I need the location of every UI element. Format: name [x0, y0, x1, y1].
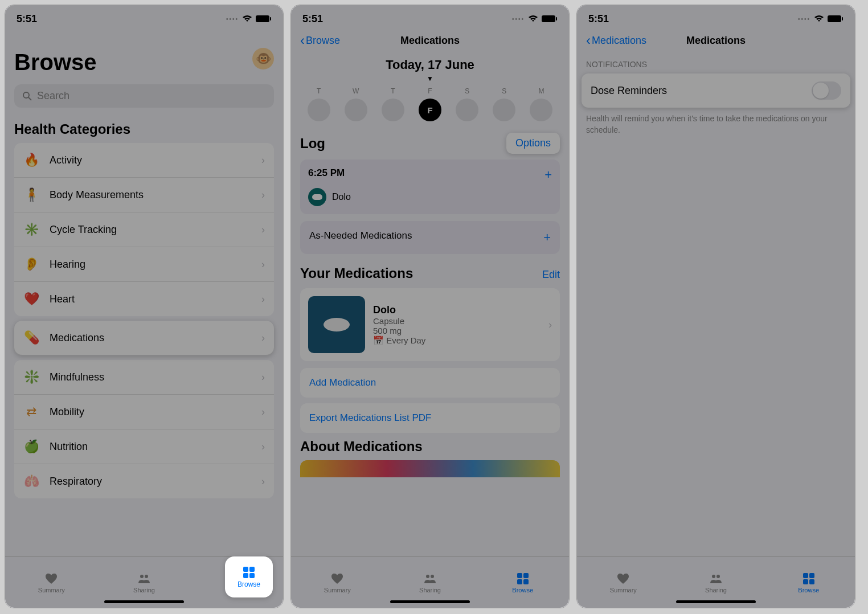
- log-time: 6:25 PM: [308, 167, 345, 182]
- add-icon[interactable]: +: [543, 230, 551, 245]
- people-icon: [709, 572, 723, 586]
- status-bar: 5:51 ••••: [577, 5, 855, 32]
- category-activity[interactable]: 🔥Activity›: [14, 143, 274, 178]
- people-icon: [423, 572, 437, 586]
- category-body[interactable]: 🧍Body Measurements›: [14, 178, 274, 212]
- cellular-icon: ••••: [226, 16, 239, 22]
- chevron-right-icon: ›: [548, 319, 552, 331]
- screen-medications-settings: 5:51 •••• ‹Medications Medications NOTIF…: [576, 5, 855, 608]
- home-indicator[interactable]: [676, 600, 756, 603]
- tab-browse-highlighted[interactable]: Browse: [225, 556, 273, 597]
- status-time: 5:51: [588, 13, 609, 25]
- category-list-2: ❇️Mindfulness› ⇄Mobility› 🍏Nutrition› 🫁R…: [14, 360, 274, 498]
- home-indicator[interactable]: [390, 600, 470, 603]
- svg-rect-30: [803, 579, 808, 584]
- svg-rect-20: [517, 573, 522, 578]
- edit-button[interactable]: Edit: [542, 269, 560, 281]
- add-icon[interactable]: +: [544, 167, 552, 182]
- svg-point-19: [431, 575, 434, 578]
- log-card[interactable]: 6:25 PM+ Dolo: [300, 159, 560, 214]
- back-button[interactable]: ‹Medications: [586, 32, 646, 48]
- svg-rect-29: [809, 573, 814, 578]
- chevron-right-icon: ›: [261, 441, 265, 453]
- chevron-right-icon: ›: [261, 259, 265, 271]
- category-medications[interactable]: 💊 Medications ›: [14, 321, 274, 355]
- day-circle-selected[interactable]: F: [419, 99, 441, 121]
- cellular-icon: ••••: [798, 16, 810, 22]
- heart-icon: ❤️: [23, 291, 39, 307]
- triangle-down-icon: ▼: [300, 75, 560, 83]
- toggle-switch[interactable]: [812, 81, 841, 100]
- day-circle[interactable]: [308, 99, 330, 121]
- dose-reminders-row[interactable]: Dose Reminders: [582, 73, 850, 108]
- day-circle[interactable]: [382, 99, 404, 121]
- grid-icon: [515, 572, 530, 586]
- chevron-right-icon: ›: [261, 189, 265, 201]
- back-button[interactable]: ‹Browse: [300, 32, 340, 48]
- tab-browse[interactable]: Browse: [476, 557, 569, 608]
- svg-rect-31: [809, 579, 814, 584]
- apple-icon: 🍏: [23, 439, 39, 455]
- home-indicator[interactable]: [104, 600, 184, 603]
- nav-bar: ‹Browse Medications: [291, 32, 569, 48]
- mindfulness-icon: ❇️: [23, 369, 39, 385]
- category-nutrition[interactable]: 🍏Nutrition›: [14, 429, 274, 464]
- page-title: Browse: [14, 50, 97, 75]
- status-bar: 5:51 ••••: [5, 5, 283, 32]
- battery-icon: [828, 15, 844, 23]
- status-time: 5:51: [17, 13, 37, 25]
- nav-bar: ‹Medications Medications: [577, 32, 855, 48]
- grid-icon: [801, 572, 816, 586]
- svg-rect-11: [249, 567, 255, 572]
- screen-browse: 5:51 •••• Browse 🐵 Search Health Categor…: [5, 5, 284, 608]
- svg-rect-28: [803, 573, 808, 578]
- category-heart[interactable]: ❤️Heart›: [14, 282, 274, 316]
- section-header: Health Categories: [14, 121, 274, 137]
- chevron-right-icon: ›: [261, 406, 265, 418]
- pill-icon: [308, 188, 326, 206]
- options-button[interactable]: Options: [506, 133, 560, 154]
- category-cycle[interactable]: ✳️Cycle Tracking›: [14, 212, 274, 247]
- about-banner: [300, 460, 560, 477]
- tab-summary[interactable]: Summary: [291, 557, 384, 608]
- week-strip[interactable]: T W T FF S S M: [300, 87, 560, 121]
- svg-rect-14: [542, 15, 555, 22]
- svg-rect-25: [842, 17, 843, 21]
- category-hearing[interactable]: 👂Hearing›: [14, 247, 274, 282]
- chevron-right-icon: ›: [261, 154, 265, 166]
- svg-point-26: [712, 575, 715, 578]
- category-mobility[interactable]: ⇄Mobility›: [14, 395, 274, 429]
- svg-point-17: [324, 318, 350, 331]
- battery-icon: [542, 15, 558, 23]
- search-input[interactable]: Search: [14, 84, 274, 108]
- day-circle[interactable]: [456, 99, 478, 121]
- heart-icon: [44, 572, 59, 586]
- flame-icon: 🔥: [23, 152, 39, 168]
- day-circle[interactable]: [345, 99, 367, 121]
- help-text: Health will remind you when it's time to…: [577, 108, 855, 141]
- chevron-right-icon: ›: [261, 224, 265, 236]
- medication-card[interactable]: Dolo Capsule 500 mg 📅 Every Day ›: [300, 288, 560, 361]
- tab-browse[interactable]: Browse: [762, 557, 855, 608]
- chevron-right-icon: ›: [261, 371, 265, 383]
- avatar[interactable]: 🐵: [252, 48, 274, 69]
- day-circle[interactable]: [530, 99, 552, 121]
- heart-icon: [330, 572, 345, 586]
- svg-rect-22: [517, 579, 522, 584]
- svg-point-18: [426, 575, 429, 578]
- category-respiratory[interactable]: 🫁Respiratory›: [14, 464, 274, 498]
- tab-summary[interactable]: Summary: [577, 557, 670, 608]
- export-pdf-button[interactable]: Export Medications List PDF: [300, 403, 560, 433]
- cycle-icon: ✳️: [23, 222, 39, 238]
- category-list: 🔥Activity› 🧍Body Measurements› ✳️Cycle T…: [14, 143, 274, 316]
- day-circle[interactable]: [493, 99, 515, 121]
- log-header: Log: [300, 136, 325, 152]
- toggle-label: Dose Reminders: [591, 85, 667, 97]
- svg-point-2: [23, 92, 29, 98]
- tab-summary[interactable]: Summary: [5, 557, 98, 608]
- svg-rect-23: [523, 579, 529, 584]
- add-medication-button[interactable]: Add Medication: [300, 368, 560, 398]
- search-icon: [22, 91, 32, 101]
- as-needed-card[interactable]: As-Needed Medications+: [300, 221, 560, 254]
- category-mindfulness[interactable]: ❇️Mindfulness›: [14, 360, 274, 395]
